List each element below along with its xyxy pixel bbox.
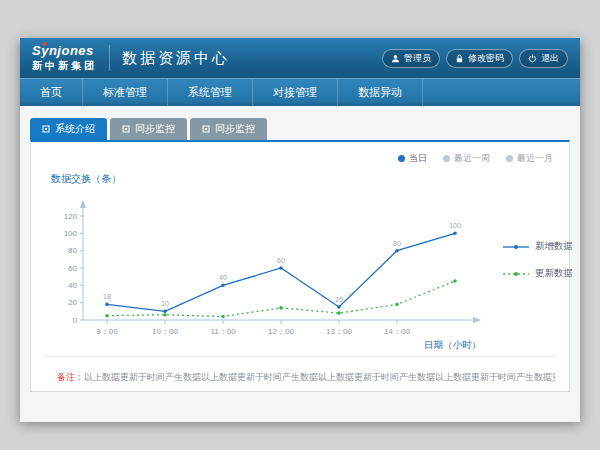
svg-text:60: 60 — [277, 257, 285, 264]
action-label: 修改密码 — [468, 52, 504, 65]
legend-line-icon — [503, 242, 529, 252]
svg-text:120: 120 — [64, 212, 78, 221]
svg-text:14：00: 14：00 — [384, 327, 410, 336]
logout-button[interactable]: 退出 — [519, 49, 568, 68]
svg-text:日期（小时）: 日期（小时） — [424, 339, 481, 350]
nav-home[interactable]: 首页 — [20, 79, 83, 106]
filter-dot-icon — [506, 155, 513, 162]
brand-logo: Synjones 新中新集团 — [32, 44, 97, 73]
tab-sync-monitor-2[interactable]: 同步监控 — [190, 118, 267, 140]
footnote-prefix: 备注： — [57, 372, 84, 382]
content-panel: 当日最近一周最近一月 数据交换（条） 0204060801001209：0010… — [30, 140, 570, 392]
series-legend: 新增数据更新数据 — [503, 240, 573, 280]
app-header: Synjones 新中新集团 数据资源中心 管理员修改密码退出 — [20, 38, 580, 78]
svg-text:80: 80 — [393, 240, 401, 247]
legend-item-new-data[interactable]: 新增数据 — [503, 240, 573, 253]
line-chart: 0204060801001209：0010：0011：0012：0013：001… — [49, 188, 489, 356]
tab-label: 同步监控 — [215, 118, 255, 140]
svg-text:100: 100 — [449, 222, 461, 229]
nav-data-change[interactable]: 数据异动 — [338, 79, 423, 106]
action-label: 退出 — [541, 52, 559, 65]
svg-text:40: 40 — [219, 274, 227, 281]
y-axis-title: 数据交换（条） — [51, 172, 121, 186]
footnote: 备注：以上数据更新于时间产生数据以上数据更新于时间产生数据以上数据更新于时间产生… — [57, 370, 555, 384]
main-nav: 首页标准管理系统管理对接管理数据异动 — [20, 78, 580, 106]
svg-text:60: 60 — [68, 264, 77, 273]
page-title: 数据资源中心 — [122, 49, 230, 68]
legend-line-icon — [503, 269, 529, 279]
tab-icon — [202, 125, 210, 133]
filter-label: 最近一月 — [517, 152, 553, 165]
svg-text:15: 15 — [335, 296, 343, 303]
nav-standard-mgmt[interactable]: 标准管理 — [83, 79, 168, 106]
filter-label: 最近一周 — [454, 152, 490, 165]
filter-label: 当日 — [409, 152, 427, 165]
tab-label: 系统介绍 — [55, 118, 95, 140]
svg-text:11：00: 11：00 — [210, 327, 236, 336]
svg-text:20: 20 — [68, 298, 77, 307]
svg-text:9：00: 9：00 — [96, 327, 118, 336]
svg-text:0: 0 — [73, 316, 78, 325]
power-icon — [528, 54, 537, 63]
content-area: 系统介绍同步监控同步监控 当日最近一周最近一月 数据交换（条） 02040608… — [20, 106, 580, 422]
brand-name: Synjones — [32, 44, 97, 57]
change-password-button[interactable]: 修改密码 — [446, 49, 513, 68]
nav-system-mgmt[interactable]: 系统管理 — [168, 79, 253, 106]
tabs-row: 系统介绍同步监控同步监控 — [20, 106, 580, 140]
tab-icon — [122, 125, 130, 133]
legend-label: 更新数据 — [535, 267, 573, 280]
user-icon — [391, 54, 400, 63]
svg-text:10：00: 10：00 — [152, 327, 178, 336]
svg-text:10: 10 — [161, 300, 169, 307]
action-label: 管理员 — [404, 52, 431, 65]
legend-label: 新增数据 — [535, 240, 573, 253]
admin-button[interactable]: 管理员 — [382, 49, 440, 68]
brand-company: 新中新集团 — [32, 59, 97, 73]
filter-last-month[interactable]: 最近一月 — [506, 152, 553, 165]
header-actions: 管理员修改密码退出 — [382, 49, 568, 68]
filter-dot-icon — [398, 155, 405, 162]
app-window: Synjones 新中新集团 数据资源中心 管理员修改密码退出 首页标准管理系统… — [20, 38, 580, 421]
logo-red-dot-icon — [43, 42, 47, 46]
filter-today[interactable]: 当日 — [398, 152, 427, 165]
legend-item-update-data[interactable]: 更新数据 — [503, 267, 573, 280]
brand-text: Synjones — [32, 43, 94, 58]
tab-system-intro[interactable]: 系统介绍 — [30, 118, 107, 140]
svg-text:40: 40 — [68, 281, 77, 290]
chart-area: 0204060801001209：0010：0011：0012：0013：001… — [49, 188, 577, 356]
tab-icon — [42, 125, 50, 133]
tab-label: 同步监控 — [135, 118, 175, 140]
svg-text:80: 80 — [68, 246, 77, 255]
header-divider — [109, 45, 110, 71]
nav-connect-mgmt[interactable]: 对接管理 — [253, 79, 338, 106]
panel-divider — [45, 356, 555, 357]
svg-text:13：00: 13：00 — [326, 327, 352, 336]
svg-text:100: 100 — [64, 229, 78, 238]
footnote-text: 以上数据更新于时间产生数据以上数据更新于时间产生数据以上数据更新于时间产生数据以… — [84, 372, 555, 382]
filter-last-week[interactable]: 最近一周 — [443, 152, 490, 165]
tab-sync-monitor-1[interactable]: 同步监控 — [110, 118, 187, 140]
lock-icon — [455, 54, 464, 63]
filter-dot-icon — [443, 155, 450, 162]
svg-text:12：00: 12：00 — [268, 327, 294, 336]
svg-text:18: 18 — [103, 293, 111, 300]
chart-filters: 当日最近一周最近一月 — [398, 152, 553, 165]
